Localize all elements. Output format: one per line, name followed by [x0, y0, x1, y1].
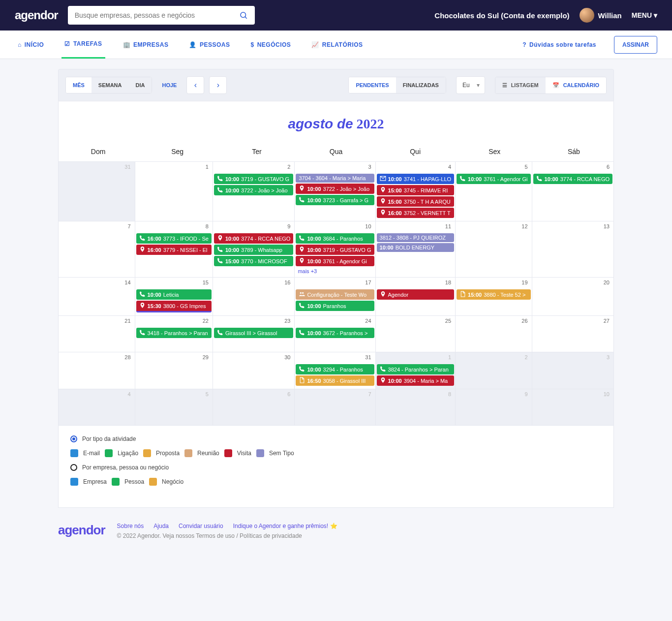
calendar-event[interactable]: 10:003719 - GUSTAVO G — [296, 245, 374, 255]
calendar-event[interactable]: 10:003774 - RCCA NEGO — [533, 174, 612, 184]
calendar-cell[interactable]: 6 — [213, 389, 295, 426]
calendar-event[interactable]: 10:00BOLD ENERGY — [377, 243, 455, 252]
calendar-cell[interactable]: 1915:003880 - Teste 52 > — [456, 278, 532, 316]
calendar-cell[interactable]: 1010:003684 - Paranhos10:003719 - GUSTAV… — [295, 221, 375, 278]
calendar-event[interactable]: 15:003880 - Teste 52 > — [457, 289, 531, 300]
calendar-event[interactable]: 10:003684 - Paranhos — [296, 233, 374, 244]
calendar-event[interactable]: 16:503058 - Girassol III — [296, 375, 374, 386]
view-calendario[interactable]: 📅CALENDÁRIO — [546, 77, 606, 93]
calendar-cell[interactable]: 23Girassol III > Girassol — [213, 316, 295, 352]
calendar-cell[interactable]: 33704 - 3604 - Maria > Maria10:003722 - … — [295, 162, 375, 221]
calendar-cell[interactable]: 17Configuração - Teste Wo10:00Paranhos — [295, 278, 375, 316]
calendar-cell[interactable]: 223418 - Paranhos > Paran — [135, 316, 213, 352]
hoje-button[interactable]: HOJE — [162, 82, 177, 88]
calendar-event[interactable]: 16:003779 - NISSEI - El — [136, 245, 212, 255]
calendar-cell[interactable]: 3 — [532, 352, 613, 389]
calendar-event[interactable]: 10:003904 - Maria > Ma — [377, 375, 455, 386]
calendar-event[interactable]: 3704 - 3604 - Maria > Maria — [296, 174, 374, 183]
calendar-cell[interactable]: 210:003719 - GUSTAVO G10:003722 - João >… — [213, 162, 295, 221]
calendar-event[interactable]: 10:00Paranhos — [296, 301, 374, 311]
calendar-event[interactable]: 10:003741 - HAPAG-LLO — [377, 174, 455, 184]
calendar-event[interactable]: 3418 - Paranhos > Paran — [136, 328, 212, 338]
calendar-cell[interactable]: 510:003761 - Agendor Gi — [456, 162, 532, 221]
calendar-cell[interactable]: 27 — [532, 316, 613, 352]
calendar-cell[interactable]: 4 — [59, 389, 135, 426]
calendar-event[interactable]: Configuração - Teste Wo — [296, 289, 374, 300]
calendar-event[interactable]: 10:003789 - Whatsapp — [214, 245, 293, 255]
calendar-cell[interactable]: 14 — [59, 278, 135, 316]
calendar-cell[interactable]: 13 — [532, 221, 613, 278]
calendar-event[interactable]: 10:003722 - João > João — [214, 185, 293, 195]
calendar-cell[interactable]: 5 — [135, 389, 213, 426]
calendar-cell[interactable]: 410:003741 - HAPAG-LLO15:003745 - RIMAVE… — [376, 162, 456, 221]
footer-sobre[interactable]: Sobre nós — [117, 523, 144, 529]
prev-button[interactable]: ‹ — [186, 76, 204, 94]
calendar-cell[interactable]: 26 — [456, 316, 532, 352]
footer-indique[interactable]: Indique o Agendor e ganhe prêmios! ⭐ — [233, 523, 337, 529]
calendar-cell[interactable]: 31 — [59, 162, 135, 221]
calendar-cell[interactable]: 2410:003672 - Paranhos > — [295, 316, 375, 352]
calendar-cell[interactable]: 25 — [376, 316, 456, 352]
calendar-event[interactable]: 15:003750 - T H A ARQU — [377, 196, 455, 207]
nav-inicio[interactable]: ⌂INÍCIO — [15, 31, 47, 58]
footer-ajuda[interactable]: Ajuda — [153, 523, 169, 529]
calendar-event[interactable]: 15:003770 - MICROSOF — [214, 256, 293, 266]
user-block[interactable]: Willian — [580, 8, 622, 23]
status-pendentes[interactable]: PENDENTES — [349, 77, 396, 93]
calendar-event[interactable]: Agendor — [377, 289, 455, 300]
range-mes[interactable]: MÊS — [66, 77, 92, 93]
calendar-event[interactable]: 10:003761 - Agendor Gi — [296, 256, 374, 266]
calendar-event[interactable]: 10:003761 - Agendor Gi — [457, 174, 531, 184]
calendar-event[interactable]: 16:003752 - VERNETT T — [377, 208, 455, 218]
calendar-cell[interactable]: 10 — [532, 389, 613, 426]
status-finalizadas[interactable]: FINALIZADAS — [396, 77, 446, 93]
calendar-event[interactable]: 10:003722 - João > João — [296, 184, 374, 194]
footer-termos[interactable]: Termos de uso — [196, 532, 235, 539]
nav-help[interactable]: ?Dúvidas sobre tarefas — [519, 31, 599, 58]
calendar-cell[interactable]: 12 — [456, 221, 532, 278]
calendar-event[interactable]: 3824 - Paranhos > Paran — [377, 364, 455, 374]
calendar-cell[interactable]: 113812 - 3808 - PJ QUEIROZ10:00BOLD ENER… — [376, 221, 456, 278]
calendar-cell[interactable]: 29 — [135, 352, 213, 389]
calendar-cell[interactable]: 28 — [59, 352, 135, 389]
calendar-cell[interactable]: 610:003774 - RCCA NEGO — [532, 162, 613, 221]
calendar-cell[interactable]: 1510:00Leticia15:303800 - GS Impres — [135, 278, 213, 316]
calendar-cell[interactable]: 9 — [456, 389, 532, 426]
calendar-cell[interactable]: 7 — [59, 221, 135, 278]
calendar-cell[interactable]: 910:003774 - RCCA NEGO10:003789 - Whatsa… — [213, 221, 295, 278]
calendar-event[interactable]: 3812 - 3808 - PJ QUEIROZ — [377, 233, 455, 242]
footer-convidar[interactable]: Convidar usuário — [179, 523, 223, 529]
calendar-cell[interactable]: 3110:003294 - Paranhos16:503058 - Girass… — [295, 352, 375, 389]
calendar-cell[interactable]: 18Agendor — [376, 278, 456, 316]
calendar-cell[interactable]: 13824 - Paranhos > Paran10:003904 - Mari… — [376, 352, 456, 389]
calendar-event[interactable]: 10:003723 - Garrafa > G — [296, 195, 374, 205]
calendar-event[interactable]: 15:003745 - RIMAVE RI — [377, 185, 455, 195]
view-listagem[interactable]: ☰LISTAGEM — [495, 77, 546, 93]
calendar-cell[interactable]: 8 — [376, 389, 456, 426]
nav-negocios[interactable]: $NEGÓCIOS — [247, 31, 294, 58]
calendar-cell[interactable]: 21 — [59, 316, 135, 352]
nav-relatorios[interactable]: 📈RELATÓRIOS — [308, 31, 366, 58]
assinar-button[interactable]: ASSINAR — [614, 36, 657, 54]
footer-priv[interactable]: Políticas de privacidade — [240, 532, 302, 539]
radio-by-type[interactable] — [70, 435, 77, 442]
range-dia[interactable]: DIA — [129, 77, 152, 93]
nav-pessoas[interactable]: 👤PESSOAS — [186, 31, 233, 58]
nav-tarefas[interactable]: ☑TAREFAS — [61, 31, 105, 59]
calendar-cell[interactable]: 1 — [135, 162, 213, 221]
calendar-cell[interactable]: 16 — [213, 278, 295, 316]
nav-empresas[interactable]: 🏢EMPRESAS — [120, 31, 172, 58]
calendar-cell[interactable]: 2 — [456, 352, 532, 389]
search-input[interactable] — [75, 11, 239, 19]
owner-select[interactable]: Eu — [456, 76, 485, 94]
calendar-cell[interactable]: 7 — [295, 389, 375, 426]
range-semana[interactable]: SEMANA — [92, 77, 129, 93]
calendar-event[interactable]: 10:003774 - RCCA NEGO — [214, 233, 293, 244]
calendar-event[interactable]: Girassol III > Girassol — [214, 328, 293, 338]
more-link[interactable]: mais +3 — [295, 267, 375, 275]
search-box[interactable] — [68, 6, 255, 25]
calendar-cell[interactable]: 816:003773 - IFOOD - Se16:003779 - NISSE… — [135, 221, 213, 278]
radio-by-entity[interactable] — [70, 464, 77, 471]
calendar-event[interactable]: 15:303800 - GS Impres — [136, 301, 212, 312]
calendar-event[interactable]: 16:003773 - IFOOD - Se — [136, 233, 212, 244]
